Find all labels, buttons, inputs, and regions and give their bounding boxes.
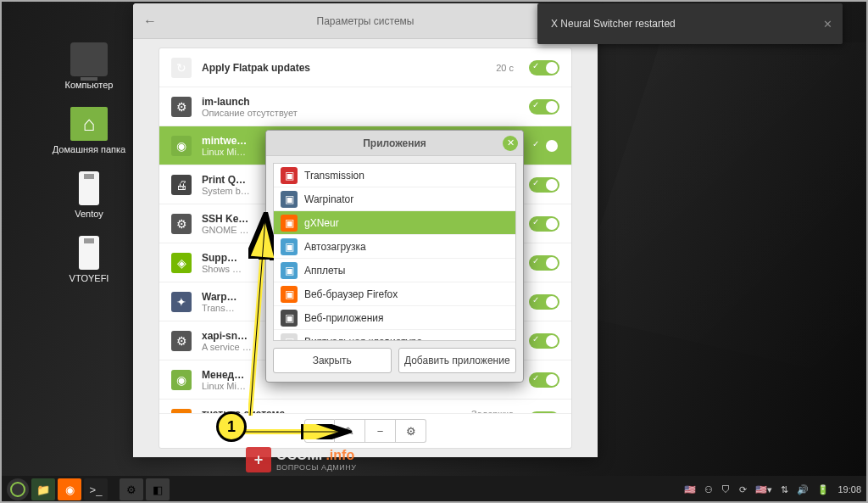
- annotation-arrow: [248, 212, 274, 424]
- application-item[interactable]: ▣Transmission: [274, 164, 515, 187]
- svg-line-3: [250, 219, 265, 416]
- app-label: Warpinator: [304, 193, 353, 205]
- taskbar[interactable]: 📁 ◉ >_ ⚙ ◧ 🇺🇸 ⚇ ⛉ ⟳ 🇺🇸▾ ⇅ 🔊 🔋 19:08: [0, 476, 868, 503]
- usb-icon: [79, 236, 99, 270]
- annotation-marker-1: 1: [216, 411, 247, 442]
- plus-icon: +: [246, 447, 271, 472]
- usb-icon: [79, 171, 99, 205]
- battery-icon[interactable]: 🔋: [817, 484, 829, 495]
- toggle-switch[interactable]: [529, 411, 559, 414]
- menu-button[interactable]: [7, 478, 29, 500]
- toggle-switch[interactable]: [529, 177, 559, 193]
- shield-icon[interactable]: ⛉: [721, 484, 731, 495]
- update-icon[interactable]: ⟳: [739, 484, 747, 495]
- app-icon: ⚙: [171, 331, 192, 351]
- watermark: + OCOMP.info ВОПРОСЫ АДМИНУ: [246, 447, 357, 472]
- toggle-switch[interactable]: [529, 333, 559, 349]
- add-application-button[interactable]: Добавить приложение: [398, 348, 517, 373]
- toggle-switch[interactable]: [529, 255, 559, 271]
- app-icon: ↻: [171, 58, 192, 78]
- app-icon: 🖨: [171, 175, 192, 195]
- back-button[interactable]: ←: [143, 14, 157, 29]
- app-label: Веб-браузер Firefox: [304, 288, 398, 300]
- desktop-icon-label: VTOYEFI: [70, 273, 109, 283]
- application-item[interactable]: ▣gXNeur: [274, 211, 515, 235]
- close-button[interactable]: Закрыть: [273, 348, 392, 373]
- annotation-arrow: [244, 424, 354, 439]
- app-icon: ▣: [281, 238, 298, 255]
- toggle-switch[interactable]: [529, 60, 559, 75]
- application-item[interactable]: ▣Апплеты: [274, 259, 515, 282]
- app-label: Автозагрузка: [304, 241, 366, 253]
- desktop-icon-home[interactable]: Домашняя папка: [51, 107, 127, 154]
- app-label: Transmission: [304, 170, 364, 182]
- notification-toast[interactable]: X Neural Switcher restarted ✕: [537, 3, 843, 44]
- bluetooth-icon[interactable]: ⚇: [704, 484, 713, 495]
- desktop-icon-label: Компьютер: [65, 80, 114, 90]
- app-label: Апплеты: [304, 265, 345, 277]
- application-item[interactable]: ▣Виртуальная клавиатура: [274, 330, 515, 341]
- taskbar-terminal[interactable]: >_: [84, 478, 108, 500]
- taskbar-app[interactable]: ⚙: [120, 478, 143, 500]
- app-icon: ◉: [171, 370, 192, 390]
- taskbar-app[interactable]: ◧: [146, 478, 170, 500]
- computer-icon: [70, 42, 108, 76]
- app-icon: ▣: [281, 310, 298, 327]
- desktop-icon-label: Домашняя папка: [53, 144, 125, 154]
- close-icon[interactable]: ✕: [823, 18, 832, 31]
- app-icon: ⚙: [171, 97, 192, 117]
- folder-icon: [70, 107, 108, 141]
- application-item[interactable]: ▣Веб-браузер Firefox: [274, 282, 515, 306]
- run-button[interactable]: ⚙: [396, 419, 426, 443]
- notification-text: X Neural Switcher restarted: [551, 18, 676, 30]
- window-title: Параметры системы: [317, 15, 415, 27]
- app-label: Виртуальная клавиатура: [304, 336, 422, 342]
- window-titlebar[interactable]: ← Параметры системы: [133, 3, 598, 39]
- desktop-icon-vtoyefi[interactable]: VTOYEFI: [51, 236, 127, 283]
- app-icon: ▣: [281, 333, 298, 342]
- app-title: Apply Flatpak updates: [202, 62, 486, 74]
- app-title: im-launch: [202, 96, 519, 108]
- taskbar-firefox[interactable]: ◉: [58, 478, 81, 500]
- application-item[interactable]: ▣Warpinator: [274, 187, 515, 211]
- app-icon: ✦: [171, 292, 192, 312]
- network-icon[interactable]: ⇅: [781, 484, 788, 495]
- desktop-icon-label: Ventoy: [75, 209, 103, 219]
- startup-app-row[interactable]: ! тчеты о системе ешение проблем Задержк…: [159, 400, 571, 413]
- close-icon[interactable]: ✕: [503, 136, 518, 151]
- app-icon: ▣: [281, 286, 298, 303]
- desktop-icon-ventoy[interactable]: Ventoy: [51, 171, 127, 219]
- keyboard-indicator[interactable]: 🇺🇸▾: [755, 484, 772, 495]
- app-icon: ▣: [281, 262, 298, 279]
- startup-app-row[interactable]: ⚙ im-launchОписание отсутствует: [159, 87, 571, 126]
- desktop-icon-computer[interactable]: Компьютер: [51, 42, 127, 90]
- toggle-switch[interactable]: [529, 294, 559, 310]
- application-item[interactable]: ▣Автозагрузка: [274, 235, 515, 259]
- app-icon: ▣: [281, 167, 298, 184]
- app-subtitle: Описание отсутствует: [202, 108, 519, 118]
- application-item[interactable]: ▣Веб-приложения: [274, 306, 515, 330]
- remove-button[interactable]: −: [365, 419, 396, 443]
- toggle-switch[interactable]: [529, 138, 559, 154]
- toggle-switch[interactable]: [529, 99, 559, 115]
- dialog-title: Приложения: [363, 137, 426, 149]
- app-icon: ▣: [281, 215, 298, 232]
- toggle-switch[interactable]: [529, 372, 559, 388]
- app-label: gXNeur: [304, 217, 339, 229]
- delay-label: 20 с: [496, 63, 514, 73]
- app-label: Веб-приложения: [304, 312, 384, 324]
- app-icon: ▣: [281, 191, 298, 208]
- app-icon: ⚙: [171, 214, 192, 234]
- dialog-titlebar[interactable]: Приложения ✕: [266, 131, 523, 156]
- startup-app-row[interactable]: ↻ Apply Flatpak updates 20 с: [159, 48, 571, 87]
- app-icon: ◈: [171, 253, 192, 273]
- system-tray[interactable]: 🇺🇸 ⚇ ⛉ ⟳ 🇺🇸▾ ⇅ 🔊 🔋 19:08: [684, 484, 861, 495]
- taskbar-files[interactable]: 📁: [31, 478, 55, 500]
- applications-list[interactable]: ▣Transmission▣Warpinator▣gXNeur▣Автозагр…: [273, 163, 516, 341]
- applications-dialog: Приложения ✕ ▣Transmission▣Warpinator▣gX…: [265, 130, 524, 383]
- app-icon: ◉: [171, 136, 192, 156]
- volume-icon[interactable]: 🔊: [797, 484, 809, 495]
- toggle-switch[interactable]: [529, 216, 559, 232]
- keyboard-indicator[interactable]: 🇺🇸: [684, 484, 696, 495]
- clock[interactable]: 19:08: [837, 484, 861, 495]
